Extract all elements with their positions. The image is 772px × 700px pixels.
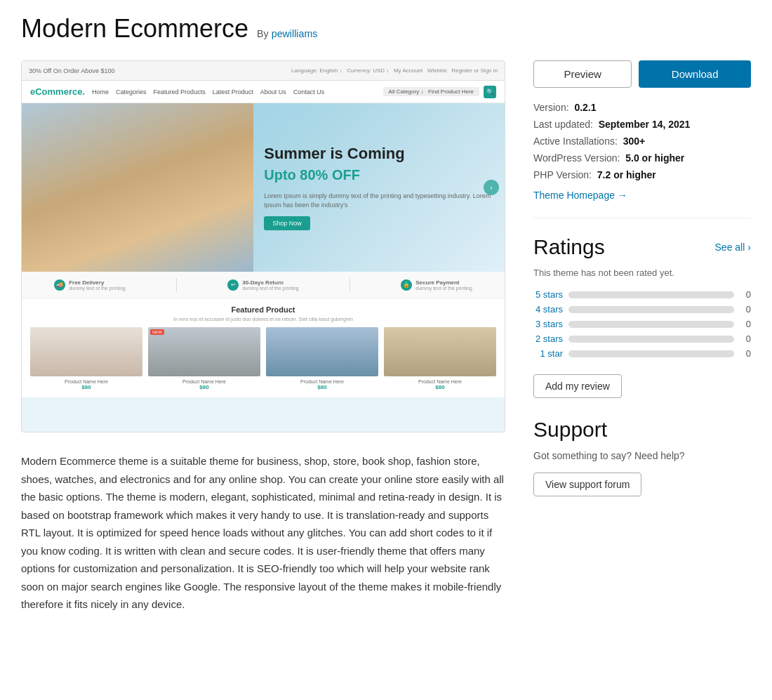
fake-product-name-4: Product Name Here <box>384 379 496 384</box>
list-item: Product Name Here $80 <box>30 327 142 390</box>
see-all-link[interactable]: See all › <box>715 242 751 253</box>
support-text: Got something to say? Need help? <box>533 450 751 461</box>
ratings-title: Ratings <box>533 235 605 259</box>
fake-product-price-2: $80 <box>148 384 260 390</box>
rating-count-3stars: 0 <box>740 319 751 329</box>
fake-return-icon: ↩ <box>227 279 239 291</box>
view-support-forum-button[interactable]: View support forum <box>533 473 641 496</box>
fake-featured-title: Featured Product <box>30 305 496 314</box>
rating-row-3stars: 3 stars 0 <box>533 319 751 329</box>
ratings-section: Ratings See all › This theme has not bee… <box>533 235 751 398</box>
fake-topbar-lang: Language: English ↓ Currency: USD ↓ My A… <box>291 67 498 74</box>
meta-active-installs: Active Installations: 300+ <box>533 136 751 147</box>
fake-hero-heading: Summer is Coming <box>264 145 494 163</box>
rating-track-4stars <box>568 306 734 313</box>
list-item: Product Name Here $80 <box>384 327 496 390</box>
fake-search-icon: 🔍 <box>484 86 496 98</box>
active-installs-value: 300+ <box>623 136 646 147</box>
rating-track-5stars <box>568 291 734 298</box>
fake-feature-delivery: 🚚 Free Delivery dummy text of the printi… <box>54 279 126 291</box>
rating-count-1star: 0 <box>740 348 751 359</box>
meta-version: Version: 0.2.1 <box>533 102 751 113</box>
fake-delivery-icon: 🚚 <box>54 279 65 291</box>
fake-payment-icon: 🔒 <box>401 279 412 291</box>
fake-feature-return-text: 30-Days Return dummy text of the printin… <box>242 279 299 291</box>
rating-track-1star <box>568 350 734 357</box>
wp-version-value: 5.0 or higher <box>625 152 684 164</box>
fake-nav-latest: Latest Product <box>213 88 253 95</box>
fake-featured-products: Featured Product In vero eos et accusam … <box>22 298 505 397</box>
preview-button[interactable]: Preview <box>533 60 632 88</box>
rating-row-1star: 1 star 0 <box>533 348 751 359</box>
right-column: Preview Download Version: 0.2.1 Last upd… <box>533 60 751 496</box>
meta-php-version: PHP Version: 7.2 or higher <box>533 169 751 180</box>
fake-feature-return: ↩ 30-Days Return dummy text of the print… <box>227 279 299 291</box>
fake-hero-text: Summer is Coming Upto 80% OFF Lorem Ipsu… <box>253 103 505 272</box>
rating-track-3stars <box>568 321 734 328</box>
fake-product-price-3: $80 <box>266 384 378 390</box>
php-version-value: 7.2 or higher <box>597 169 656 180</box>
list-item: Product Name Here $80 <box>266 327 378 390</box>
fake-hero: ‹ Summer is Coming Upto 80% OFF Lorem Ip… <box>22 103 505 272</box>
fake-product-name-3: Product Name Here <box>266 379 378 384</box>
fake-divider-1 <box>176 278 177 292</box>
fake-product-img-2: NEW <box>148 327 260 376</box>
fake-products-grid: Product Name Here $80 NEW Product Name H… <box>30 327 496 390</box>
fake-product-price-4: $80 <box>384 384 496 390</box>
rating-label-5stars[interactable]: 5 stars <box>533 289 563 300</box>
fake-product-img-1 <box>30 327 142 376</box>
author-link[interactable]: pewilliams <box>272 28 318 39</box>
theme-homepage-link[interactable]: Theme Homepage → <box>533 190 627 201</box>
list-item: NEW Product Name Here $80 <box>148 327 260 390</box>
version-value: 0.2.1 <box>574 102 596 113</box>
fake-nav-featured: Featured Products <box>154 88 206 95</box>
rating-track-2stars <box>568 336 734 343</box>
theme-screenshot: 30% Off On Order Above $100 Language: En… <box>21 60 505 432</box>
rating-label-1star[interactable]: 1 star <box>533 348 563 359</box>
wp-version-label: WordPress Version: <box>533 152 620 164</box>
see-all-chevron: › <box>747 242 751 253</box>
rating-count-5stars: 0 <box>740 289 751 300</box>
rating-label-3stars[interactable]: 3 stars <box>533 319 563 329</box>
main-layout: 30% Off On Order Above $100 Language: En… <box>21 60 751 614</box>
fake-product-name-2: Product Name Here <box>148 379 260 384</box>
meta-last-updated: Last updated: September 14, 2021 <box>533 119 751 130</box>
rating-row-4stars: 4 stars 0 <box>533 304 751 315</box>
fake-next-btn: › <box>484 180 499 195</box>
support-section: Support Got something to say? Need help?… <box>533 418 751 496</box>
author-byline: By pewilliams <box>257 28 317 39</box>
rating-label-4stars[interactable]: 4 stars <box>533 304 563 315</box>
not-rated-text: This theme has not been rated yet. <box>533 268 751 278</box>
fake-person-silhouette <box>22 103 253 272</box>
rating-count-4stars: 0 <box>740 304 751 315</box>
fake-product-img-3 <box>266 327 378 376</box>
version-label: Version: <box>533 102 569 113</box>
fake-feature-payment: 🔒 Secure Payment dummy text of the print… <box>401 279 472 291</box>
ratings-divider <box>533 218 751 218</box>
see-all-text: See all <box>715 242 745 253</box>
rating-bars: 5 stars 0 4 stars 0 3 stars <box>533 289 751 359</box>
fake-hero-image <box>22 103 253 272</box>
fake-nav-contact: Contact Us <box>293 88 325 95</box>
fake-feature-payment-text: Secure Payment dummy text of the printin… <box>415 279 472 291</box>
fake-nav: eCommerce. Home Categories Featured Prod… <box>22 81 505 103</box>
theme-homepage-container: Theme Homepage → <box>533 189 751 201</box>
rating-label-2stars[interactable]: 2 stars <box>533 334 563 344</box>
fake-hero-subheading: Upto 80% OFF <box>264 167 494 183</box>
fake-features-bar: 🚚 Free Delivery dummy text of the printi… <box>22 272 505 298</box>
support-title: Support <box>533 418 751 442</box>
active-installs-label: Active Installations: <box>533 136 618 147</box>
fake-product-name-1: Product Name Here <box>30 379 142 384</box>
left-column: 30% Off On Order Above $100 Language: En… <box>21 60 505 614</box>
last-updated-value: September 14, 2021 <box>599 119 691 130</box>
fake-divider-2 <box>350 278 350 292</box>
fake-feature-delivery-text: Free Delivery dummy text of the printing <box>69 279 126 291</box>
ratings-header: Ratings See all › <box>533 235 751 259</box>
rating-row-5stars: 5 stars 0 <box>533 289 751 300</box>
theme-description: Modern Ecommerce theme is a suitable the… <box>21 452 505 614</box>
theme-meta: Version: 0.2.1 Last updated: September 1… <box>533 102 751 201</box>
download-button[interactable]: Download <box>639 60 751 88</box>
php-version-label: PHP Version: <box>533 169 592 180</box>
fake-nav-home: Home <box>92 88 109 95</box>
add-review-button[interactable]: Add my review <box>533 374 622 398</box>
